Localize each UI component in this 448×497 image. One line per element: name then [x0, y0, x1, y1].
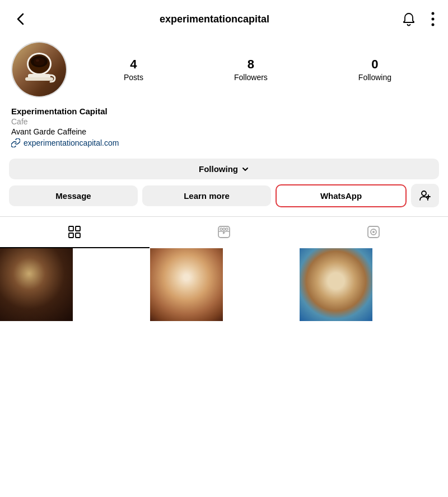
- small-buttons-row: Message Learn more WhatsApp: [9, 184, 439, 207]
- more-options-button[interactable]: [429, 10, 437, 29]
- svg-rect-14: [76, 233, 80, 238]
- posts-label: Posts: [124, 73, 143, 82]
- svg-point-18: [226, 228, 228, 230]
- header-icons: [399, 9, 437, 29]
- profile-section: 4 Posts 8 Followers 0 Following: [0, 36, 448, 97]
- category: Cafe: [11, 117, 437, 126]
- followers-count: 8: [248, 57, 254, 72]
- svg-point-9: [36, 59, 39, 62]
- website-url: experimentationcapital.com: [24, 138, 119, 147]
- notification-button[interactable]: [399, 9, 419, 29]
- followers-label: Followers: [234, 73, 268, 82]
- svg-point-0: [432, 12, 435, 15]
- photo-cell-2[interactable]: [150, 248, 223, 321]
- profile-top: 4 Posts 8 Followers 0 Following: [11, 41, 437, 97]
- following-button[interactable]: Following: [9, 159, 439, 179]
- tab-tagged[interactable]: [298, 217, 448, 248]
- svg-rect-7: [25, 77, 53, 81]
- action-buttons: Following Message Learn more WhatsApp: [0, 154, 448, 212]
- header: experimentationcapital: [0, 0, 448, 36]
- website-link[interactable]: experimentationcapital.com: [11, 138, 437, 147]
- stat-posts[interactable]: 4 Posts: [124, 57, 143, 82]
- bio-section: Experimentation Capital Cafe Avant Garde…: [0, 106, 448, 154]
- header-username: experimentationcapital: [160, 13, 269, 25]
- svg-point-8: [34, 58, 45, 66]
- stats-container: 4 Posts 8 Followers 0 Following: [78, 57, 437, 82]
- stat-following[interactable]: 0 Following: [358, 57, 391, 82]
- svg-point-17: [223, 228, 225, 230]
- stat-followers[interactable]: 8 Followers: [234, 57, 268, 82]
- tagline: Avant Garde Caffeine: [11, 127, 437, 136]
- learn-more-button[interactable]: Learn more: [142, 185, 271, 206]
- svg-rect-13: [69, 233, 73, 238]
- tab-reels[interactable]: [150, 217, 299, 248]
- avatar-image: [12, 43, 66, 96]
- add-friend-button[interactable]: [411, 184, 439, 207]
- following-label: Following: [358, 73, 391, 82]
- add-person-icon: [419, 189, 431, 202]
- following-label: Following: [199, 164, 238, 174]
- whatsapp-button[interactable]: WhatsApp: [276, 184, 407, 207]
- back-button[interactable]: [11, 10, 30, 29]
- reels-icon: [217, 225, 231, 239]
- svg-point-16: [220, 228, 222, 230]
- svg-rect-11: [69, 226, 73, 231]
- svg-point-2: [432, 24, 435, 26]
- svg-rect-12: [76, 226, 80, 231]
- avatar[interactable]: [11, 41, 67, 97]
- grid-icon: [67, 225, 82, 239]
- tagged-icon: [366, 225, 381, 239]
- svg-point-10: [422, 191, 426, 196]
- posts-count: 4: [130, 57, 137, 72]
- link-icon: [11, 138, 20, 147]
- tab-grid[interactable]: [0, 217, 150, 248]
- photo-grid: [0, 248, 448, 321]
- following-count: 0: [371, 57, 378, 72]
- chevron-down-icon: [241, 165, 249, 173]
- message-button[interactable]: Message: [9, 185, 138, 206]
- display-name: Experimentation Capital: [11, 106, 437, 116]
- svg-point-21: [372, 231, 375, 233]
- photo-cell-1[interactable]: [0, 248, 73, 321]
- tab-bar: [0, 216, 448, 248]
- photo-cell-3[interactable]: [300, 248, 372, 321]
- svg-point-1: [432, 18, 435, 21]
